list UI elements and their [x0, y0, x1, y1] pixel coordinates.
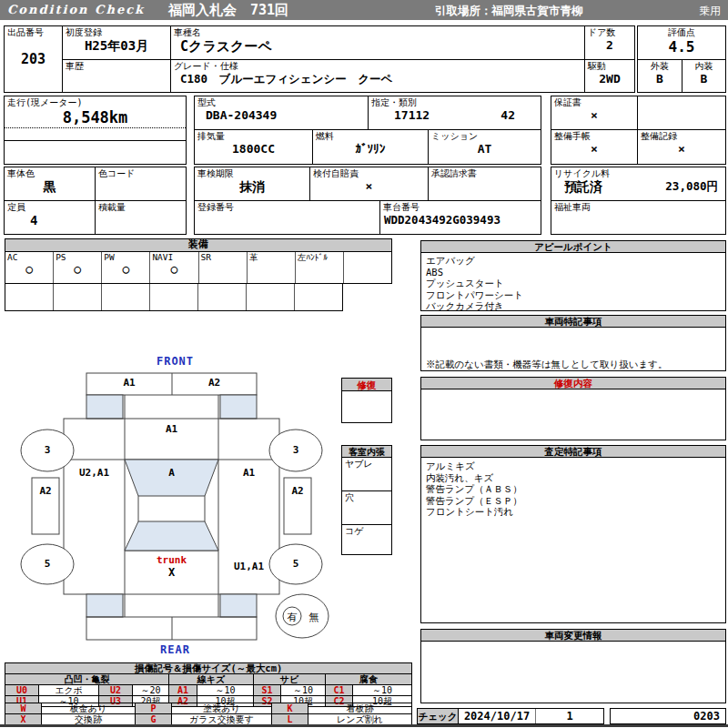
legend-group-rust: サビ [254, 674, 326, 685]
left-headlight-shape [86, 395, 123, 419]
car-diagram-shapes [0, 350, 419, 664]
chassis-number-label: 車台番号 [380, 201, 541, 213]
legend-group-dent: 凸凹・亀裂 [5, 674, 169, 685]
mileage-cell: 走行(現メーター) 8,548km [4, 96, 187, 165]
lot-number-cell: 出品番号 203 [4, 25, 63, 93]
score-label: 評価点 [638, 26, 725, 38]
insurance-label: 検付自賠責 [310, 167, 428, 179]
drive-value: 2WD [585, 72, 634, 86]
right-side-mark: A2 [284, 485, 311, 497]
maintenance-record-label: 整備記録 [638, 130, 725, 142]
spare-tire-no: 無 [306, 611, 322, 624]
right-door-mark: A1 [218, 467, 279, 479]
legend-desc: ～10 [197, 685, 254, 696]
first-registration-label: 初度登録 [63, 26, 170, 38]
equipment-empty-cell [5, 284, 54, 310]
load-capacity-label: 積載量 [96, 201, 186, 213]
welfare-vehicle-cell: 福祉車両 [551, 200, 726, 235]
legend-desc: 看板跡 [308, 703, 412, 714]
interior-grade-cell: 内装 B [682, 59, 726, 93]
history-cell: 車歴 [62, 59, 171, 93]
change-info-box [420, 641, 726, 703]
lot-number-label: 出品番号 [5, 26, 62, 38]
repair-mark-legend-table: W 板金あり P 塗装あり K 看板跡 X 交換跡 G ガラス交換要す L レン… [5, 703, 412, 725]
check-code-box: 0203 [610, 708, 726, 724]
transmission-label: ミッション [429, 130, 541, 142]
vehicle-category: 乗用 [699, 4, 721, 19]
maintenance-book-label: 整備手帳 [551, 130, 637, 142]
check-label: チェック [417, 708, 459, 724]
right-front-wheel-mark: 3 [276, 444, 316, 456]
damage-legend-table: 損傷記号＆損傷サイズ(～最大cm) 凸凹・亀裂 線キズ サビ 腐食 U0 エクボ… [5, 662, 412, 707]
check-date-box: 2024/10/17 1 [458, 708, 604, 724]
displacement-label: 排気量 [195, 130, 312, 142]
approval-request-cell: 承認請求書 [428, 167, 541, 201]
history-label: 車歴 [63, 60, 170, 72]
first-registration-value: H25年03月 [63, 38, 170, 55]
welfare-vehicle-label: 福祉車両 [551, 201, 725, 213]
assessment-item: 内装汚れ、キズ [421, 472, 725, 484]
appeal-item: バックカメラ付き [421, 300, 725, 312]
left-door-mark: U2,A1 [64, 467, 125, 479]
equipment-mark: ○ [5, 263, 53, 276]
mileage-label: 走行(現メーター) [5, 96, 186, 108]
equipment-label: 革 [248, 252, 295, 263]
legend-desc: ～20 [133, 685, 169, 696]
legend-code: W [5, 703, 42, 714]
registration-number-cell: 登録番号 [194, 200, 380, 235]
equipment-empty-cell [295, 284, 342, 310]
exterior-grade-value: B [638, 72, 682, 86]
equipment-label: 左ﾊﾝﾄﾞﾙ [296, 252, 343, 263]
legend-code: U2 [99, 685, 133, 696]
assessment-notes-header: 査定特記事項 [420, 445, 726, 458]
capacity-cell: 定員 4 [4, 200, 96, 235]
doors-label: ドア数 [585, 26, 634, 38]
legend-code: U0 [5, 685, 39, 696]
doors-cell: ドア数 2 [584, 25, 635, 60]
legend-desc: 塗装あり [172, 703, 272, 714]
capacity-value: 4 [5, 213, 95, 228]
equipment-label [344, 252, 391, 254]
appeal-item: フロントパワーシート [421, 289, 725, 301]
legend-title: 損傷記号＆損傷サイズ(～最大cm) [5, 663, 412, 674]
legend-code: S1 [254, 685, 281, 696]
spare-tire-yes: 有 [284, 611, 300, 624]
front-label: FRONT [127, 355, 223, 368]
legend-desc: ガラス交換要す [172, 714, 272, 725]
equipment-empty-cell [198, 284, 247, 310]
grade-value: C180 ブルーエフィシェンシー クーペ [171, 72, 584, 87]
insurance-value: × [310, 179, 428, 193]
legend-code: G [136, 714, 172, 725]
color-code-cell: 色コード [95, 167, 187, 201]
right-taillight-shape [220, 594, 257, 617]
body-color-cell: 車体色 黒 [4, 167, 96, 201]
check-date-value: 2024/10/17 [459, 709, 536, 723]
rear-window-shape [125, 521, 218, 551]
warranty-empty-cell [637, 96, 726, 130]
equipment-mark: ○ [150, 263, 197, 276]
legend-desc: 交換跡 [42, 714, 136, 725]
type-number-value: 17112 [394, 108, 430, 122]
left-front-wheel-mark: 3 [27, 444, 67, 456]
appeal-item: プッシュスタート [421, 278, 725, 289]
chassis-number-cell: 車台番号 WDD2043492G039493 [379, 200, 541, 235]
drive-label: 駆動 [585, 60, 634, 72]
equipment-cell-sr: SR [199, 252, 248, 283]
color-code-label: 色コード [96, 167, 186, 179]
type-class-label: 指定・類別 [369, 96, 541, 108]
equipment-cell-extra [344, 252, 391, 283]
repair-detail-header: 修復内容 [420, 377, 726, 389]
appeal-points-header: アピールポイント [420, 240, 726, 253]
equipment-cell-leather: 革 [248, 252, 296, 283]
legend-group-corrosion: 腐食 [326, 674, 412, 685]
equipment-mark: ○ [102, 263, 149, 276]
warranty-label: 保証書 [551, 96, 637, 108]
body-color-label: 車体色 [5, 167, 95, 179]
trunk-label: trunk [125, 554, 218, 566]
assessment-item: 警告ランプ（ＥＳＰ） [421, 495, 725, 507]
left-side-mark: A2 [32, 485, 59, 497]
check-code-value: 0203 [611, 709, 725, 723]
insurance-cell: 検付自賠責 × [309, 167, 429, 201]
model-name-value: Cクラスクーペ [171, 38, 584, 56]
legend-code: X [5, 714, 42, 725]
